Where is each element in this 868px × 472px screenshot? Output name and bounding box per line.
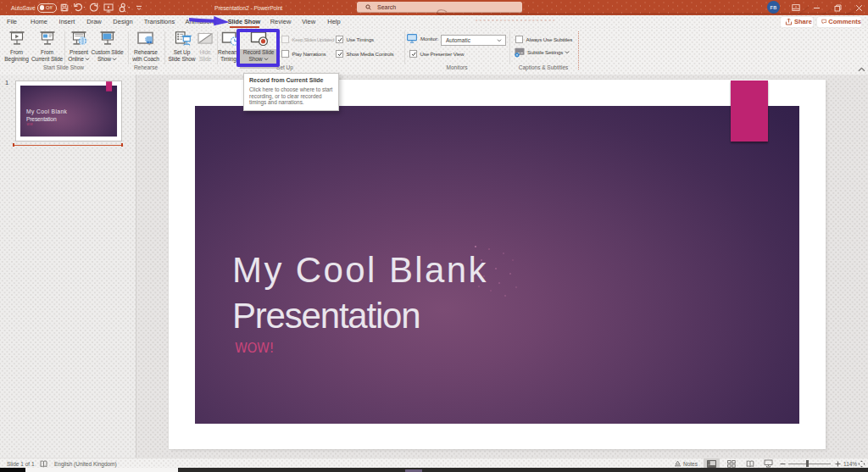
custom-slide-show-button[interactable]: Custom SlideShow	[87, 31, 127, 72]
fit-to-window-icon	[858, 460, 865, 468]
check-icon	[411, 52, 416, 57]
comments-icon	[821, 18, 826, 25]
checkbox-box	[281, 50, 289, 58]
notes-icon	[674, 460, 682, 467]
check-icon	[337, 37, 342, 42]
search-icon	[365, 4, 371, 10]
ribbon-separator-dotted	[578, 31, 579, 69]
tab-view[interactable]: View	[302, 15, 315, 28]
chevron-down-icon	[112, 58, 117, 61]
search-placeholder: Search	[377, 4, 396, 10]
monitor-dropdown[interactable]: Automatic	[441, 35, 506, 46]
monitor-row: Monitor:	[407, 35, 438, 42]
tooltip-title: Record from Current Slide	[249, 77, 338, 83]
powerpoint-window: AutoSave Off	[0, 0, 868, 472]
save-icon	[60, 3, 69, 12]
monitor-dropdown-value: Automatic	[446, 37, 470, 43]
checkbox-box	[515, 36, 523, 43]
slide-subtitle-text[interactable]: WOW!	[235, 340, 274, 356]
annotation-arrow	[181, 13, 234, 30]
restore-icon	[834, 4, 842, 12]
toggle-knob	[40, 5, 45, 10]
ribbon-separator	[404, 31, 405, 64]
tab-insert[interactable]: Insert	[59, 15, 75, 28]
save-button[interactable]	[60, 0, 69, 15]
tooltip-body: Click here to choose where to start reco…	[249, 86, 333, 106]
monitor-label: Monitor:	[420, 36, 438, 42]
ghost-artifact-dots	[475, 19, 555, 22]
play-narrations-checkbox[interactable]: Play Narrations	[281, 50, 326, 58]
checkbox-box	[336, 36, 343, 43]
use-timings-checkbox[interactable]: Use Timings	[336, 36, 374, 43]
slide-sorter-icon	[727, 460, 736, 468]
ribbon-separator	[217, 31, 218, 64]
chevron-up-icon	[858, 67, 865, 72]
minimize-icon	[813, 4, 821, 12]
from-beginning-icon	[6, 31, 28, 46]
slideshow-icon	[103, 3, 114, 13]
zoom-slider-handle[interactable]	[806, 460, 809, 467]
rehearse-with-coach-icon	[135, 31, 157, 46]
redo-button[interactable]	[89, 0, 99, 15]
subtitle-settings-icon	[514, 47, 526, 58]
spellcheck-book-icon	[40, 460, 47, 468]
checkbox-box	[336, 50, 343, 58]
undo-button[interactable]	[73, 0, 86, 15]
autosave-state: Off	[46, 5, 53, 10]
checkbox-box	[281, 36, 289, 43]
group-label-captions: Captions & Subtitles	[519, 64, 569, 73]
monitor-icon	[407, 34, 417, 43]
ribbon-display-options-button[interactable]	[787, 0, 805, 15]
undo-icon	[73, 3, 86, 13]
close-icon	[855, 4, 863, 12]
pen-quick-button[interactable]	[118, 0, 131, 15]
comments-button[interactable]: Comments	[817, 17, 861, 27]
tab-file[interactable]: File	[7, 15, 17, 28]
group-label-monitors: Monitors	[447, 64, 468, 73]
slide-number: 1	[5, 79, 8, 86]
tooltip: Record from Current Slide Click here to …	[243, 73, 339, 111]
show-media-controls-checkbox[interactable]: Show Media Controls	[336, 50, 393, 58]
close-button[interactable]	[849, 0, 868, 15]
qat-more-icon	[136, 4, 142, 11]
tab-design[interactable]: Design	[113, 15, 132, 28]
ribbon-display-options-icon	[792, 3, 800, 12]
reading-view-icon	[746, 460, 754, 468]
slideshow-quick-button[interactable]	[103, 0, 114, 15]
share-icon	[785, 18, 793, 25]
ribbon-separator	[509, 31, 510, 64]
group-label-start-slide-show: Start Slide Show	[43, 64, 84, 73]
annotation-highlight-rect	[236, 29, 280, 67]
use-presenter-view-checkbox[interactable]: Use Presenter View	[409, 50, 464, 58]
minus-icon	[780, 461, 786, 467]
normal-view-icon	[707, 460, 716, 468]
tab-draw[interactable]: Draw	[86, 15, 102, 28]
tab-transitions[interactable]: Transitions	[144, 15, 175, 28]
slide-thumbnail-panel: 1 My Cool BlankPresentation WOW!	[0, 75, 136, 458]
slide-thumbnail[interactable]: My Cool BlankPresentation WOW!	[16, 81, 121, 141]
slide-canvas[interactable]: My Cool BlankPresentation WOW!	[169, 80, 826, 449]
slide-title-text[interactable]: My Cool BlankPresentation	[232, 247, 488, 338]
workspace: 1 My Cool BlankPresentation WOW! My Cool…	[0, 75, 868, 458]
qat-customize-button[interactable]	[136, 0, 142, 15]
plus-icon	[835, 461, 841, 467]
minimize-button[interactable]	[807, 0, 826, 15]
tab-review[interactable]: Review	[270, 15, 292, 28]
ribbon-tab-bar: File Home Insert Draw Design Transitions…	[0, 15, 868, 29]
taskbar-sliver	[0, 468, 868, 472]
pen-icon	[118, 3, 131, 13]
tab-home[interactable]: Home	[31, 15, 47, 28]
always-use-subtitles-checkbox[interactable]: Always Use Subtitles	[515, 36, 572, 43]
slide-accent-shape	[731, 81, 768, 142]
restore-button[interactable]	[828, 0, 847, 15]
chevron-down-icon	[565, 51, 570, 54]
collapse-ribbon-button[interactable]	[856, 65, 866, 73]
tab-help[interactable]: Help	[327, 15, 340, 28]
keep-slides-updated-checkbox[interactable]: Keep Slides Updated	[281, 36, 334, 43]
share-button[interactable]: Share	[781, 17, 813, 27]
autosave-text: AutoSave	[11, 5, 36, 11]
subtitle-settings-button[interactable]: Subtitle Settings	[514, 48, 570, 56]
slide-insert-indicator	[13, 145, 123, 146]
autosave-toggle[interactable]: Off	[37, 0, 57, 15]
autosave-label: AutoSave	[11, 0, 36, 15]
